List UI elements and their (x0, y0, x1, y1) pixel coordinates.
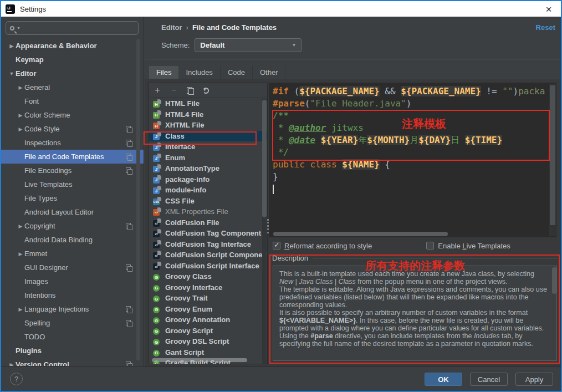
sidebar-item-version-control[interactable]: ▶Version Control (1, 358, 144, 366)
sidebar-item-label: Color Scheme (24, 111, 70, 119)
checkbox-checked-icon[interactable] (273, 242, 280, 250)
cancel-button[interactable]: Cancel (470, 373, 508, 386)
scheme-label: Scheme: (161, 41, 190, 49)
template-fold-icon (157, 229, 161, 233)
template-item-html-file[interactable]: HHTML File (149, 98, 267, 109)
template-item-coldfusion-script-component[interactable]: cfColdFusion Script Component (149, 250, 267, 261)
sidebar-item-todo[interactable]: TODO (1, 330, 144, 344)
template-item-groovy-dsl-script[interactable]: GGroovy DSL Script (149, 336, 267, 347)
template-item-groovy-annotation[interactable]: GGroovy Annotation (149, 314, 267, 325)
chevron-right-icon[interactable]: ▶ (17, 307, 24, 312)
chevron-right-icon[interactable]: ▶ (17, 85, 24, 90)
chevron-right-icon[interactable]: ▶ (8, 362, 16, 366)
sidebar-item-images[interactable]: Images (1, 274, 144, 288)
template-item-coldfusion-script-interface[interactable]: cfColdFusion Script Interface (149, 261, 267, 272)
sidebar-item-spelling[interactable]: Spelling (1, 316, 144, 330)
sidebar-item-file-and-code-templates[interactable]: File and Code Templates (1, 150, 144, 164)
description-scrollbar-thumb[interactable] (552, 267, 556, 294)
template-code-editor[interactable]: #if (${PACKAGE_NAME} && ${PACKAGE_NAME} … (269, 83, 556, 237)
sidebar-item-copyright[interactable]: ▶Copyright (1, 219, 144, 233)
sidebar-item-android-data-binding[interactable]: Android Data Binding (1, 233, 144, 247)
sidebar-item-editor[interactable]: ▼Editor (1, 67, 144, 80)
tab-files[interactable]: Files (149, 66, 178, 79)
sidebar-item-keymap[interactable]: Keymap (1, 53, 144, 67)
sidebar-item-appearance-behavior[interactable]: ▶Appearance & Behavior (1, 39, 144, 53)
template-item-css-file[interactable]: CSSCSS File (149, 196, 267, 207)
help-button[interactable]: ? (10, 373, 23, 385)
dialog-footer: ? OK Cancel Apply (1, 366, 561, 391)
template-item-groovy-class[interactable]: GGroovy Class (149, 271, 267, 282)
tab-code[interactable]: Code (221, 66, 253, 79)
chevron-right-icon[interactable]: ▶ (8, 43, 16, 49)
editor-scrollbar-thumb[interactable] (550, 85, 555, 225)
chevron-right-icon[interactable]: ▶ (17, 251, 24, 257)
template-item-package-info[interactable]: Jpackage-info (149, 174, 267, 185)
template-item-label: ColdFusion Tag Interface (165, 240, 251, 248)
chevron-down-icon[interactable]: ▼ (8, 71, 16, 77)
template-item-module-info[interactable]: Jmodule-info (149, 185, 267, 196)
add-template-button[interactable]: + (154, 86, 161, 95)
template-item-xhtml-file[interactable]: HXHTML File (149, 120, 267, 131)
ok-button[interactable]: OK (425, 373, 462, 386)
settings-search-input[interactable]: ▼ (6, 21, 139, 35)
template-item-coldfusion-tag-interface[interactable]: cfColdFusion Tag Interface (149, 239, 267, 250)
tab-includes[interactable]: Includes (178, 66, 220, 79)
chevron-right-icon[interactable]: ▶ (17, 126, 24, 132)
close-icon[interactable]: × (541, 4, 556, 14)
checkbox-label: Enable Live Templates (438, 242, 510, 250)
sidebar-item-inspections[interactable]: Inspections (1, 136, 144, 150)
sidebar-item-android-layout-editor[interactable]: Android Layout Editor (1, 205, 144, 219)
reset-template-icon[interactable] (203, 88, 209, 94)
template-item-groovy-interface[interactable]: GGroovy Interface (149, 282, 267, 293)
template-item-groovy-enum[interactable]: GGroovy Enum (149, 304, 267, 315)
checkbox-enable-live-templates[interactable]: Enable Live Templates (426, 242, 510, 250)
template-item-class[interactable]: JClass (149, 131, 267, 142)
file-type-icon: cf (153, 229, 162, 237)
description-paragraph: This is a built-in template used each ti… (279, 270, 548, 286)
sidebar-item-live-templates[interactable]: Live Templates (1, 177, 144, 191)
template-fold-icon (157, 251, 161, 255)
chevron-right-icon[interactable]: ▶ (17, 113, 24, 118)
template-fold-icon (157, 218, 161, 223)
template-item-label: CSS File (165, 197, 195, 205)
template-item-html4-file[interactable]: HHTML4 File (149, 109, 267, 120)
template-item-groovy-script[interactable]: GGroovy Script (149, 325, 267, 337)
search-filter-caret-icon[interactable]: ▼ (17, 26, 21, 30)
sidebar-item-code-style[interactable]: ▶Code Style (1, 122, 144, 136)
sidebar-item-file-types[interactable]: File Types (1, 191, 144, 205)
sidebar-item-general[interactable]: ▶General (1, 80, 144, 94)
template-item-groovy-trait[interactable]: GGroovy Trait (149, 293, 267, 304)
editor-hscrollbar-thumb[interactable] (273, 232, 448, 236)
template-item-enum[interactable]: JEnum (149, 152, 267, 164)
chevron-right-icon[interactable]: ▶ (17, 223, 24, 229)
file-type-icon: G (153, 315, 162, 324)
checkbox-reformat-according-to-style[interactable]: Reformat according to style (273, 242, 372, 250)
copy-settings-icon (126, 154, 132, 160)
breadcrumb-section[interactable]: Editor (161, 23, 182, 32)
breadcrumb-separator-icon: › (186, 23, 188, 32)
sidebar-item-color-scheme[interactable]: ▶Color Scheme (1, 108, 144, 122)
template-item-gant-script[interactable]: GGant Script (149, 347, 267, 358)
template-item-coldfusion-tag-component[interactable]: cfColdFusion Tag Component (149, 228, 267, 239)
template-item-annotationtype[interactable]: JAnnotationType (149, 163, 267, 174)
sidebar-item-language-injections[interactable]: ▶Language Injections (1, 302, 144, 316)
template-list-hscrollbar-thumb[interactable] (152, 358, 247, 362)
sidebar-item-gui-designer[interactable]: GUI Designer (1, 261, 144, 274)
duplicate-template-icon[interactable] (187, 87, 194, 94)
template-item-interface[interactable]: JInterface (149, 141, 267, 152)
sidebar-item-font[interactable]: Font (1, 94, 144, 108)
sidebar-item-file-encodings[interactable]: File Encodings (1, 164, 144, 177)
tab-other[interactable]: Other (253, 66, 286, 79)
sidebar-item-intentions[interactable]: Intentions (1, 288, 144, 302)
checkbox-unchecked-icon[interactable] (426, 242, 434, 250)
remove-template-button[interactable]: − (170, 86, 178, 95)
template-item-xml-properties-file[interactable]: <>XML Properties File (149, 206, 267, 217)
sidebar-item-emmet[interactable]: ▶Emmet (1, 247, 144, 261)
template-item-coldfusion-file[interactable]: cfColdFusion File (149, 217, 267, 228)
apply-button[interactable]: Apply (515, 373, 553, 386)
reset-link[interactable]: Reset (536, 23, 555, 32)
sidebar-item-plugins[interactable]: Plugins (1, 344, 144, 358)
scheme-select[interactable]: Default ▼ (195, 38, 302, 52)
template-list-scrollbar-thumb[interactable] (262, 100, 267, 217)
sidebar-scrollbar[interactable] (136, 39, 140, 360)
